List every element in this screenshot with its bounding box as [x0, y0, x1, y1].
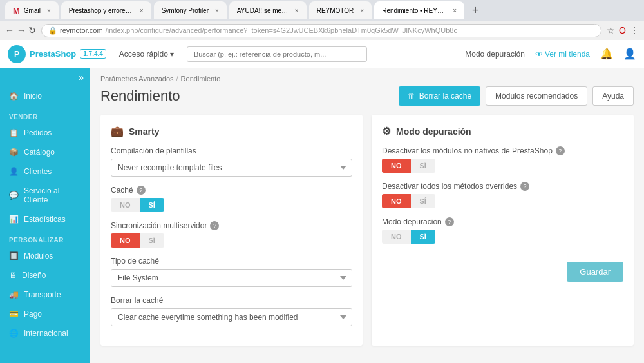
sidebar-label-pedidos: Pedidos — [24, 128, 52, 137]
forward-button[interactable]: → — [17, 25, 26, 35]
tab-symfony[interactable]: Symfony Profiler × — [154, 1, 227, 19]
tab-reymotor[interactable]: REYMOTOR × — [309, 1, 372, 19]
compilacion-select[interactable]: Never recompile template files Recompile… — [111, 159, 352, 177]
desactivar-modulos-no-button[interactable]: NO — [382, 159, 411, 173]
breadcrumb: Parámetros Avanzados / Rendimiento — [100, 75, 634, 83]
sidebar-item-internacional[interactable]: 🌐 Internacional — [0, 324, 90, 343]
menu-icon[interactable]: ⋮ — [630, 25, 639, 35]
desactivar-overrides-label: Desactivar todos los métodos overrides ? — [382, 182, 623, 191]
opera-icon[interactable]: O — [619, 25, 626, 35]
sync-no-button[interactable]: NO — [111, 233, 140, 248]
desactivar-overrides-no-button[interactable]: NO — [382, 194, 411, 208]
modo-depuracion-toggle: NO SÍ — [382, 230, 623, 244]
sidebar-label-catalogo: Catálogo — [24, 148, 55, 157]
ayuda-button[interactable]: Ayuda — [592, 86, 634, 106]
close-tab-prestashop[interactable]: × — [140, 7, 144, 14]
sidebar: » 🏠 Inicio VENDER 📋 Pedidos 📦 Catálogo 👤… — [0, 68, 90, 363]
sidebar-item-modulos[interactable]: 🔲 Módulos — [0, 246, 90, 266]
desactivar-modulos-help-icon[interactable]: ? — [556, 146, 565, 155]
design-icon: 🖥 — [9, 271, 17, 280]
sidebar-item-servicio[interactable]: 💬 Servicio al Cliente — [0, 181, 90, 210]
smarty-card: 💼 Smarty Compilación de plantillas Never… — [100, 115, 363, 346]
sync-yes-button[interactable]: SÍ — [140, 233, 164, 248]
sidebar-item-label: Inicio — [24, 92, 42, 101]
modo-depuracion-help-icon[interactable]: ? — [445, 217, 454, 226]
borrar-cache-label: Borrar la caché — [111, 296, 352, 305]
clients-icon: 👤 — [9, 167, 19, 176]
browser-tab-bar: M Gmail × Prestashop y errores co... × S… — [0, 0, 644, 21]
modo-depuracion-no-button[interactable]: NO — [382, 230, 411, 244]
trash-icon: 🗑 — [408, 92, 415, 101]
tab-rendimiento[interactable]: Rendimiento • REYMOT... × — [374, 1, 464, 19]
main-content: Parámetros Avanzados / Rendimiento Rendi… — [90, 68, 644, 363]
url-path: /index.php/configure/advanced/performanc… — [106, 26, 457, 34]
desactivar-overrides-yes-button[interactable]: SÍ — [411, 194, 435, 208]
sidebar-item-estadisticas[interactable]: 📊 Estadísticas — [0, 210, 90, 229]
new-tab-button[interactable]: + — [467, 4, 484, 17]
sync-label: Sincronización multiservidor ? — [111, 221, 352, 230]
search-input[interactable] — [187, 46, 367, 62]
sidebar-section-personalizar: PERSONALIZAR — [0, 231, 90, 246]
tipo-cache-label: Tipo de caché — [111, 257, 352, 266]
ver-tienda-link[interactable]: 👁 Ver mi tienda — [535, 50, 590, 59]
sidebar-item-pago[interactable]: 💳 Pago — [0, 304, 90, 324]
notifications-icon[interactable]: 🔔 — [600, 48, 613, 60]
guardar-button[interactable]: Guardar — [567, 262, 623, 282]
sidebar-item-inicio[interactable]: 🏠 Inicio — [0, 86, 90, 106]
catalog-icon: 📦 — [9, 148, 19, 157]
modulos-recomendados-button[interactable]: Módulos recomendados — [486, 86, 587, 106]
tab-prestashop[interactable]: Prestashop y errores co... × — [61, 1, 151, 19]
tab-gmail[interactable]: M Gmail × — [5, 1, 59, 19]
sidebar-label-pago: Pago — [24, 309, 42, 319]
sidebar-collapse-button[interactable]: » — [0, 68, 90, 86]
smarty-card-title: 💼 Smarty — [111, 125, 352, 137]
modo-depuracion-yes-button[interactable]: SÍ — [411, 230, 435, 244]
debug-mode-label: Modo depuración — [465, 50, 525, 59]
international-icon: 🌐 — [9, 329, 19, 338]
transport-icon: 🚚 — [9, 290, 19, 299]
sidebar-label-internacional: Internacional — [24, 329, 68, 338]
compilacion-label: Compilación de plantillas — [111, 146, 352, 155]
lock-icon: 🔒 — [48, 26, 57, 35]
sidebar-item-transporte[interactable]: 🚚 Transporte — [0, 285, 90, 304]
cache-help-icon[interactable]: ? — [137, 186, 146, 195]
debug-card: ⚙ Modo depuración Desactivar los módulos… — [372, 115, 634, 346]
app-topbar: P PrestaShop 1.7.4.4 Acceso rápido ▾ Mod… — [0, 40, 644, 68]
sidebar-item-pedidos[interactable]: 📋 Pedidos — [0, 123, 90, 142]
sync-toggle: NO SÍ — [111, 233, 352, 248]
breadcrumb-current: Rendimiento — [181, 75, 221, 83]
sync-help-icon[interactable]: ? — [210, 221, 219, 230]
close-tab-reymotor[interactable]: × — [360, 7, 364, 14]
sidebar-label-modulos: Módulos — [24, 251, 53, 260]
bookmark-icon[interactable]: ☆ — [607, 25, 615, 35]
home-icon: 🏠 — [9, 92, 19, 101]
version-badge: 1.7.4.4 — [80, 49, 106, 59]
browser-actions: ☆ O ⋮ — [607, 25, 639, 35]
close-tab-symfony[interactable]: × — [215, 7, 219, 14]
reload-button[interactable]: ↻ — [28, 25, 36, 35]
cards-row: 💼 Smarty Compilación de plantillas Never… — [100, 115, 634, 346]
acceso-rapido-button[interactable]: Acceso rápido ▾ — [114, 47, 179, 61]
borrar-cache-group: Borrar la caché Clear cache everytime so… — [111, 296, 352, 326]
tab-ayuda[interactable]: AYUDA!! se me ha desc... × — [229, 1, 307, 19]
close-tab-gmail[interactable]: × — [47, 7, 51, 14]
tipo-cache-select[interactable]: File System MySQL — [111, 269, 352, 287]
cache-yes-button[interactable]: SÍ — [140, 198, 164, 212]
back-button[interactable]: ← — [5, 25, 14, 35]
desactivar-overrides-help-icon[interactable]: ? — [520, 182, 529, 191]
stats-icon: 📊 — [9, 215, 19, 224]
close-tab-ayuda[interactable]: × — [295, 7, 299, 14]
modo-depuracion-group: Modo depuración ? NO SÍ — [382, 217, 623, 244]
close-tab-rendimiento[interactable]: × — [453, 7, 457, 14]
sidebar-item-catalogo[interactable]: 📦 Catálogo — [0, 142, 90, 162]
sidebar-item-diseno[interactable]: 🖥 Diseño — [0, 266, 90, 285]
desactivar-modulos-yes-button[interactable]: SÍ — [411, 159, 435, 173]
header-actions: 🗑 Borrar la caché Módulos recomendados A… — [399, 86, 634, 106]
borrar-cache-button[interactable]: 🗑 Borrar la caché — [399, 86, 480, 106]
borrar-cache-select[interactable]: Clear cache everytime something has been… — [111, 308, 352, 326]
prestashop-logo: P — [8, 45, 26, 63]
cache-no-button[interactable]: NO — [111, 198, 140, 212]
user-icon[interactable]: 👤 — [623, 48, 636, 60]
url-box[interactable]: 🔒 reymotor.com /index.php/configure/adva… — [41, 24, 601, 37]
sidebar-item-clientes[interactable]: 👤 Clientes — [0, 162, 90, 181]
